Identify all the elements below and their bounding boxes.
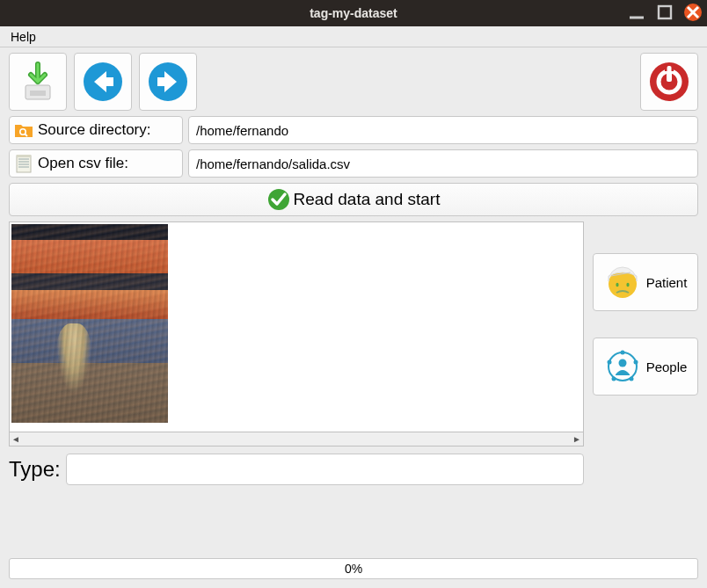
- source-dir-button[interactable]: Source directory:: [9, 116, 183, 144]
- type-input[interactable]: [66, 454, 584, 485]
- import-button[interactable]: [9, 53, 67, 111]
- next-button[interactable]: [139, 53, 197, 111]
- source-dir-label: Source directory:: [38, 121, 151, 139]
- notepad-icon: [13, 153, 34, 174]
- tag-patient-label: Patient: [646, 275, 688, 290]
- patient-face-icon: [604, 264, 641, 301]
- image-viewer: [9, 221, 584, 432]
- type-label: Type:: [9, 457, 61, 482]
- svg-point-29: [629, 377, 633, 381]
- svg-point-32: [618, 359, 626, 367]
- preview-image: [11, 224, 168, 423]
- tag-people-label: People: [646, 359, 688, 374]
- svg-rect-5: [30, 91, 46, 96]
- svg-point-31: [607, 360, 611, 365]
- read-start-button[interactable]: Read data and start: [9, 183, 698, 216]
- svg-rect-12: [667, 66, 672, 80]
- source-dir-input[interactable]: /home/fernando: [188, 116, 698, 144]
- read-start-label: Read data and start: [294, 190, 441, 209]
- close-button[interactable]: [684, 4, 702, 21]
- maximize-button[interactable]: [656, 4, 674, 21]
- people-network-icon: [604, 348, 641, 385]
- svg-rect-20: [17, 155, 31, 157]
- progress-bar: 0%: [9, 558, 698, 579]
- svg-point-24: [616, 283, 618, 287]
- svg-point-28: [633, 360, 638, 365]
- arrow-right-icon: [147, 61, 189, 103]
- svg-rect-1: [659, 6, 671, 18]
- progress-text: 0%: [345, 562, 362, 576]
- arrow-left-icon: [82, 61, 124, 103]
- svg-point-30: [611, 377, 616, 381]
- power-button[interactable]: [640, 53, 698, 111]
- minimize-button[interactable]: [628, 4, 645, 21]
- folder-search-icon: [13, 120, 34, 141]
- svg-point-25: [626, 283, 629, 287]
- tag-people-button[interactable]: People: [593, 338, 698, 396]
- scroll-left-icon[interactable]: ◄: [11, 434, 20, 444]
- tag-patient-button[interactable]: Patient: [593, 253, 698, 311]
- viewer-scrollbar[interactable]: ◄ ►: [9, 432, 584, 446]
- titlebar: tag-my-dataset: [0, 0, 707, 26]
- window-title: tag-my-dataset: [310, 6, 397, 20]
- prev-button[interactable]: [74, 53, 132, 111]
- power-icon: [648, 61, 690, 103]
- svg-point-27: [620, 351, 624, 355]
- csv-file-button[interactable]: Open csv file:: [9, 149, 183, 178]
- check-circle-icon: [267, 188, 290, 211]
- menubar: Help: [0, 26, 707, 47]
- scroll-right-icon[interactable]: ►: [572, 434, 581, 444]
- download-box-icon: [17, 61, 59, 103]
- csv-file-input[interactable]: /home/fernando/salida.csv: [188, 149, 698, 178]
- menu-help[interactable]: Help: [5, 28, 41, 46]
- csv-file-label: Open csv file:: [38, 155, 128, 172]
